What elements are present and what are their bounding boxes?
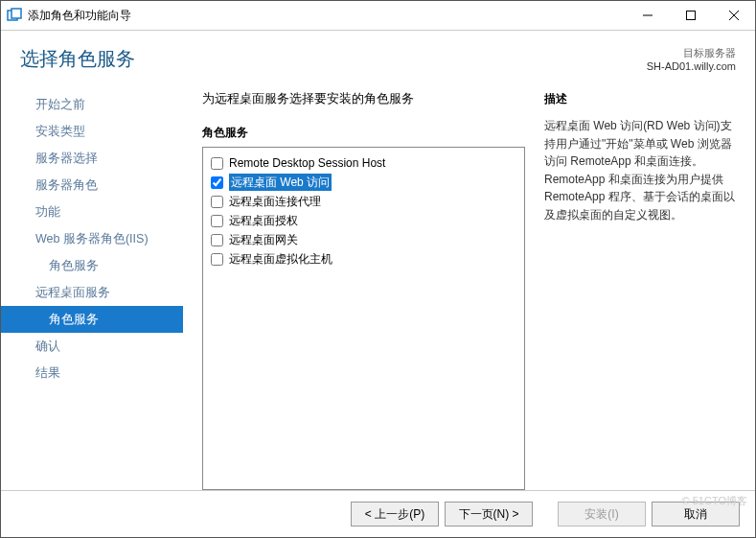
svg-rect-1: [11, 9, 21, 18]
role-services-column: 为远程桌面服务选择要安装的角色服务 角色服务 Remote Desktop Se…: [202, 91, 525, 490]
window-title: 添加角色和功能向导: [28, 8, 131, 24]
role-service-label: 远程桌面虚拟化主机: [229, 250, 332, 268]
role-service-label: 远程桌面 Web 访问: [229, 174, 332, 191]
sidebar-item[interactable]: 服务器选择: [1, 145, 183, 172]
role-service-checkbox[interactable]: [211, 157, 223, 170]
role-service-item[interactable]: 远程桌面虚拟化主机: [211, 249, 516, 269]
target-server-label: 目标服务器: [647, 46, 736, 60]
main-content: 为远程桌面服务选择要安装的角色服务 角色服务 Remote Desktop Se…: [183, 82, 755, 490]
sidebar: 开始之前安装类型服务器选择服务器角色功能Web 服务器角色(IIS)角色服务远程…: [1, 82, 183, 490]
cancel-button[interactable]: 取消: [652, 502, 740, 526]
role-service-checkbox[interactable]: [211, 196, 223, 208]
close-button[interactable]: [712, 2, 755, 30]
target-server-block: 目标服务器 SH-AD01.willy.com: [647, 46, 736, 72]
titlebar: 添加角色和功能向导: [1, 1, 755, 31]
app-icon: [7, 8, 22, 23]
body: 开始之前安装类型服务器选择服务器角色功能Web 服务器角色(IIS)角色服务远程…: [1, 82, 755, 490]
instruction-text: 为远程桌面服务选择要安装的角色服务: [202, 91, 525, 107]
sidebar-item[interactable]: 角色服务: [1, 252, 183, 279]
svg-rect-3: [686, 12, 695, 20]
role-service-item[interactable]: 远程桌面 Web 访问: [211, 173, 516, 192]
role-service-label: 远程桌面连接代理: [229, 193, 321, 210]
role-service-label: 远程桌面网关: [229, 231, 298, 248]
sidebar-item[interactable]: 功能: [1, 199, 183, 225]
role-service-item[interactable]: 远程桌面网关: [211, 230, 516, 249]
role-service-checkbox[interactable]: [211, 176, 223, 189]
role-services-listbox[interactable]: Remote Desktop Session Host远程桌面 Web 访问远程…: [202, 147, 525, 490]
sidebar-item[interactable]: 远程桌面服务: [1, 279, 183, 306]
footer: < 上一步(P) 下一页(N) > 安装(I) 取消: [1, 490, 755, 537]
role-service-label: Remote Desktop Session Host: [229, 154, 385, 172]
role-service-checkbox[interactable]: [211, 234, 223, 246]
sidebar-item[interactable]: 开始之前: [1, 91, 183, 118]
role-service-item[interactable]: Remote Desktop Session Host: [211, 153, 516, 173]
role-services-label: 角色服务: [202, 125, 525, 141]
sidebar-item[interactable]: 结果: [1, 360, 183, 386]
previous-button[interactable]: < 上一步(P): [351, 502, 439, 526]
install-button: 安装(I): [558, 502, 646, 526]
header: 选择角色服务 目标服务器 SH-AD01.willy.com: [1, 31, 755, 82]
wizard-window: 添加角色和功能向导 选择角色服务 目标服务器 SH-AD01.willy.com…: [0, 0, 756, 538]
description-column: 描述 远程桌面 Web 访问(RD Web 访问)支持用户通过"开始"菜单或 W…: [544, 91, 736, 490]
target-server-name: SH-AD01.willy.com: [647, 60, 736, 72]
role-service-checkbox[interactable]: [211, 215, 223, 227]
role-service-label: 远程桌面授权: [229, 212, 298, 229]
next-button[interactable]: 下一页(N) >: [445, 502, 533, 526]
minimize-button[interactable]: [626, 2, 669, 30]
sidebar-item[interactable]: 确认: [1, 333, 183, 360]
sidebar-item[interactable]: 角色服务: [1, 306, 183, 333]
maximize-button[interactable]: [669, 2, 712, 30]
sidebar-item[interactable]: 服务器角色: [1, 172, 183, 199]
role-service-checkbox[interactable]: [211, 253, 223, 266]
role-service-item[interactable]: 远程桌面连接代理: [211, 192, 516, 211]
description-label: 描述: [544, 91, 736, 107]
role-service-item[interactable]: 远程桌面授权: [211, 211, 516, 230]
sidebar-item[interactable]: Web 服务器角色(IIS): [1, 225, 183, 252]
sidebar-item[interactable]: 安装类型: [1, 118, 183, 145]
page-title: 选择角色服务: [20, 46, 647, 72]
description-text: 远程桌面 Web 访问(RD Web 访问)支持用户通过"开始"菜单或 Web …: [544, 117, 736, 224]
